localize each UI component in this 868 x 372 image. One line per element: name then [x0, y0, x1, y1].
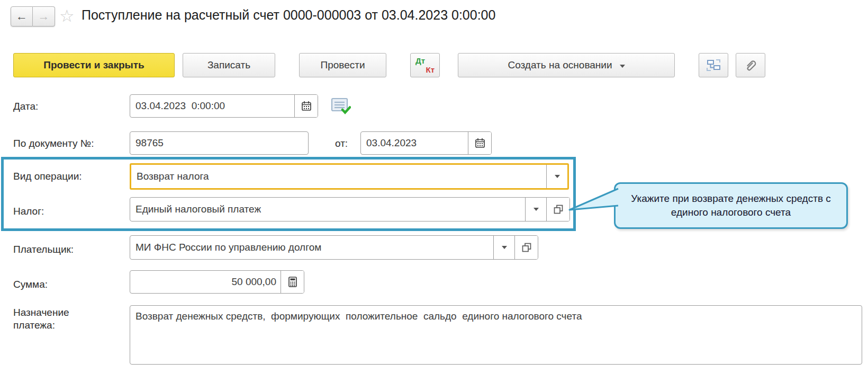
dt-label: Дт — [415, 56, 425, 65]
attachments-button[interactable] — [736, 53, 765, 77]
tax-open-button[interactable] — [546, 198, 569, 221]
callout-text: Укажите при возврате денежных средств с … — [623, 192, 839, 219]
doc-date-calendar-button[interactable] — [468, 132, 491, 154]
tax-input[interactable] — [130, 198, 525, 221]
forward-button[interactable]: → — [33, 6, 55, 26]
dt-kt-postings-button[interactable]: Дт Кт — [410, 53, 440, 77]
date-calendar-button[interactable] — [294, 95, 318, 117]
favorite-star-icon[interactable]: ☆ — [59, 7, 75, 24]
doc-date-input[interactable] — [361, 132, 468, 154]
page-title: Поступление на расчетный счет 0000-00000… — [82, 7, 495, 23]
payer-input[interactable] — [130, 236, 493, 259]
operation-kind-combo — [130, 163, 569, 190]
calendar-icon — [474, 137, 486, 149]
doc-date-label: от: — [335, 138, 348, 149]
payer-dropdown-button[interactable] — [493, 236, 514, 259]
nav-history-group: ← → — [11, 6, 55, 26]
doc-number-label: По документу №: — [13, 138, 94, 149]
payer-field — [130, 235, 538, 260]
forward-arrow-icon: → — [38, 10, 50, 23]
chevron-down-icon — [502, 246, 507, 249]
amount-field — [130, 270, 304, 294]
callout-bubble: Укажите при возврате денежных средств с … — [614, 182, 848, 229]
date-input[interactable] — [130, 95, 294, 117]
save-button[interactable]: Записать — [183, 53, 275, 77]
tax-field — [130, 197, 570, 222]
paperclip-icon — [744, 58, 757, 72]
document-structure-icon — [706, 58, 721, 72]
document-posted-status-icon — [331, 98, 351, 114]
payment-purpose-textarea[interactable]: Возврат денежных средств, формирующих по… — [130, 305, 862, 365]
operation-kind-input[interactable] — [131, 165, 546, 188]
amount-label: Сумма: — [13, 279, 48, 290]
payer-label: Плательщик: — [13, 244, 74, 255]
amount-calculator-button[interactable] — [281, 271, 304, 293]
create-based-on-label: Создать на основании — [508, 59, 612, 71]
create-based-on-button[interactable]: Создать на основании — [458, 53, 675, 77]
back-arrow-icon: ← — [16, 10, 28, 23]
open-link-icon — [521, 242, 532, 253]
post-button[interactable]: Провести — [299, 53, 386, 77]
doc-number-input[interactable] — [130, 132, 308, 154]
tax-label: Налог: — [13, 206, 44, 217]
operation-kind-label: Вид операции: — [13, 171, 82, 182]
date-label: Дата: — [13, 101, 38, 112]
chevron-down-icon — [555, 175, 560, 178]
date-field — [130, 94, 318, 118]
calendar-icon — [301, 100, 312, 112]
chevron-down-icon — [534, 208, 539, 211]
calculator-icon — [287, 276, 298, 288]
related-documents-button[interactable] — [699, 53, 728, 77]
amount-input[interactable] — [130, 271, 281, 293]
open-link-icon — [553, 204, 564, 215]
kt-label: Кт — [426, 65, 435, 74]
payer-open-button[interactable] — [514, 236, 538, 259]
back-button[interactable]: ← — [11, 6, 33, 26]
tax-dropdown-button[interactable] — [525, 198, 546, 221]
doc-date-field — [360, 131, 492, 155]
post-and-close-button[interactable]: Провести и закрыть — [13, 53, 175, 77]
payment-purpose-label: Назначение платежа: — [13, 306, 87, 332]
callout-tail — [567, 184, 620, 214]
chevron-down-icon — [620, 65, 625, 68]
doc-number-field — [130, 131, 309, 155]
operation-kind-dropdown-button[interactable] — [546, 165, 567, 188]
